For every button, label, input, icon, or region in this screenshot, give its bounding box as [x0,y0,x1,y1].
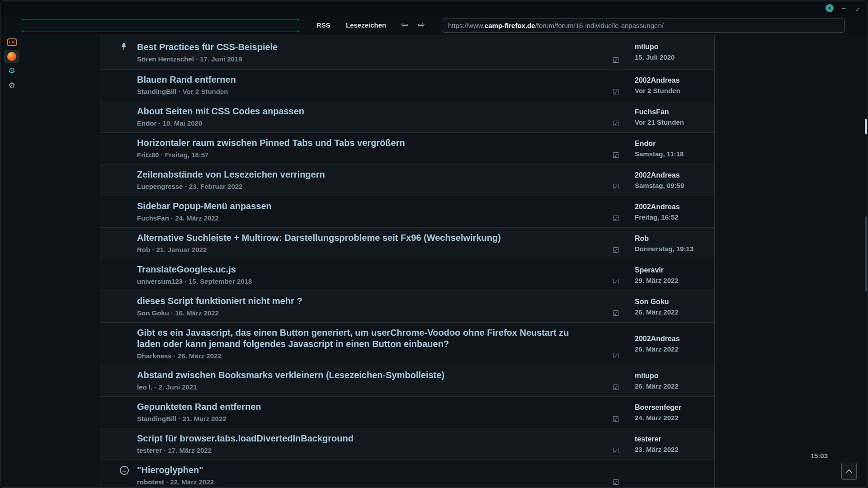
topic-row[interactable]: → TranslateGoogles.uc.js universum123 · … [100,259,714,291]
mark-read-checkbox-icon[interactable]: ☑ [613,183,619,191]
topic-title-link[interactable]: Gibt es ein Javascript, das einen Button… [137,327,579,350]
topic-row[interactable]: → Sidebar Popup-Menü anpassen FuchsFan ·… [100,196,714,228]
last-post-user-link[interactable]: Rob [635,234,693,243]
topic-title-link[interactable]: TranslateGoogles.uc.js [137,264,579,275]
last-post-user-link[interactable]: 2002Andreas [635,202,680,211]
last-post-user-link[interactable]: Boersenfeger [635,403,681,412]
last-post-date-link[interactable]: 23. März 2022 [635,445,679,454]
rss-button[interactable]: RSS [316,16,330,35]
topic-author-link[interactable]: StandingBill [137,415,177,422]
topic-title-link[interactable]: About Seiten mit CSS Codes anpassen [137,106,579,117]
last-post-date-link[interactable]: Donnerstag, 19:13 [635,244,693,253]
topic-title-link[interactable]: Zeilenabstände von Lesezeichen verringer… [137,169,579,180]
tab-camp-firefox[interactable] [4,50,19,63]
topic-author-link[interactable]: Sören Hentzschel [137,55,194,63]
last-post-user-link[interactable]: milupo [635,371,679,380]
scrollbar-thumb[interactable] [865,119,867,134]
topic-row[interactable]: → Script für browser.tabs.loadDivertedIn… [100,428,714,460]
last-post-date-link[interactable]: Vor 21 Stunden [635,118,684,127]
topic-row[interactable]: → Horizontaler raum zwischen Pinned Tabs… [100,133,714,164]
topic-row[interactable]: → Gibt es ein Javascript, das einen Butt… [100,323,714,365]
last-post-date-link[interactable]: Samstag, 11:18 [635,150,684,158]
topic-author-link[interactable]: Luepengresse [137,183,183,190]
topic-author-link[interactable]: Endor [137,119,156,127]
url-bar[interactable]: https://www.camp-firefox.de/forum/forum/… [442,19,845,33]
topic-author-link[interactable]: robotest [137,478,164,486]
last-post-user-link[interactable]: Speravir [635,266,679,275]
mark-read-checkbox-icon[interactable]: ☑ [613,89,619,96]
topic-title-link[interactable]: Abstand zwischen Booksmarks verkleinern … [137,370,579,381]
topic-row[interactable]: → Zeilenabstände von Lesezeichen verring… [100,164,714,196]
topic-author-link[interactable]: Son Goku [137,309,169,317]
last-post-user-link[interactable]: FuchsFan [635,108,684,117]
last-post-user-link[interactable]: 2002Andreas [635,334,680,343]
mark-read-checkbox-icon[interactable]: ☑ [613,352,619,360]
last-post-user-link[interactable]: Son Goku [635,297,679,306]
last-post-date-link[interactable]: 24. März 2022 [635,413,681,422]
topic-author-link[interactable]: Dharkness [137,352,172,360]
bookmarks-button[interactable]: Lesezeichen [346,16,386,35]
forward-arrow-icon[interactable]: ⇨ [418,16,425,35]
scroll-to-top-button[interactable] [841,463,857,480]
topic-title-link[interactable]: Horizontaler raum zwischen Pinned Tabs u… [137,137,579,149]
last-post-date-link[interactable]: 26. März 2022 [635,382,679,390]
last-post-date-link[interactable]: 26. März 2022 [635,345,680,353]
last-post-date-link[interactable]: 29. März 2022 [635,276,679,285]
last-post-date-link[interactable]: 26. März 2022 [635,308,679,316]
mark-read-checkbox-icon[interactable]: ☑ [613,152,619,159]
topic-author-link[interactable]: Rob [137,246,150,253]
last-post-user-link[interactable]: 2002Andreas [635,171,684,180]
topic-author-link[interactable]: StandingBill [137,88,177,95]
last-post-date-link[interactable]: Vor 2 Stunden [635,86,680,95]
mark-read-checkbox-icon[interactable]: ☑ [613,310,619,317]
topic-row[interactable]: → About Seiten mit CSS Codes anpassen En… [100,101,714,133]
topic-author-link[interactable]: universum123 [137,277,183,285]
topic-author-link[interactable]: testerer [137,446,162,454]
topic-row[interactable]: → Abstand zwischen Booksmarks verkleiner… [100,365,714,397]
mark-read-checkbox-icon[interactable]: ☑ [613,278,619,286]
topic-title-link[interactable]: dieses Script funktioniert nicht mehr ? [137,296,579,307]
topic-row[interactable]: → dieses Script funktioniert nicht mehr … [100,291,714,323]
topic-author-link[interactable]: Fritz80 [137,151,159,159]
last-post-date-link[interactable]: Freitag, 16:52 [635,213,680,221]
topic-title-link[interactable]: Sidebar Popup-Menü anpassen [137,201,579,212]
topic-title-link[interactable]: Blauen Rand entfernen [137,74,579,85]
topic-author-link[interactable]: FuchsFan [137,214,169,222]
topic-meta: universum123 · 15. September 2018 [137,277,579,286]
search-input[interactable] [22,19,299,32]
topic-row[interactable]: → Alternative Suchleiste + Multirow: Dar… [100,228,714,259]
last-post-user-link[interactable]: milupo [635,42,675,52]
back-arrow-icon[interactable]: ⇦ [401,16,408,35]
minimize-window-icon[interactable]: − [841,5,846,12]
tab-gear-gray[interactable]: ⚙ [4,79,19,92]
topic-row[interactable]: → Blauen Rand entfernen StandingBill · V… [100,70,714,101]
last-post-user-link[interactable]: 2002Andreas [635,76,680,85]
topic-title-link[interactable]: Script für browser.tabs.loadDivertedInBa… [137,433,579,444]
topic-row[interactable]: → Best Practices für CSS-Beispiele Sören… [100,35,714,70]
topic-title-link[interactable]: Best Practices für CSS-Beispiele [137,42,579,53]
mark-read-checkbox-icon[interactable]: ☑ [613,479,619,486]
topic-title-link[interactable]: Gepunkteten Rand entfernen [137,401,579,413]
mark-read-checkbox-icon[interactable]: ☑ [613,384,619,391]
resize-window-icon[interactable]: ↔ [852,3,862,14]
last-post-info: Rob Donnerstag, 19:13 [635,234,693,253]
mark-read-checkbox-icon[interactable]: ☑ [613,247,619,254]
mark-read-checkbox-icon[interactable]: ☑ [613,120,619,127]
mark-read-checkbox-icon[interactable]: ☑ [613,215,619,222]
mark-read-checkbox-icon[interactable]: ☑ [613,57,619,64]
last-post-user-link[interactable]: testerer [635,435,679,444]
topic-title-link[interactable]: "Hieroglyphen" [137,465,579,476]
last-post-date-link[interactable]: 15. Juli 2020 [635,53,675,61]
last-post-date-link[interactable]: Samstag, 09:59 [635,181,684,190]
scrollbar-thumb-secondary[interactable] [865,216,867,291]
mark-read-checkbox-icon[interactable]: ☑ [613,416,619,423]
topic-row[interactable]: → Gepunkteten Rand entfernen StandingBil… [100,397,714,428]
tab-ln[interactable]: LN [4,36,19,48]
topic-author-link[interactable]: leo l. [137,383,152,391]
mark-read-checkbox-icon[interactable]: ☑ [613,447,619,455]
tab-gear-teal[interactable]: ⚙ [4,65,19,77]
last-post-user-link[interactable]: Endor [635,139,684,148]
topic-title-link[interactable]: Alternative Suchleiste + Multirow: Darst… [137,232,579,244]
topic-row[interactable]: → "Hieroglyphen" robotest · 22. März 202… [100,460,714,488]
close-window-icon[interactable]: × [826,4,834,12]
